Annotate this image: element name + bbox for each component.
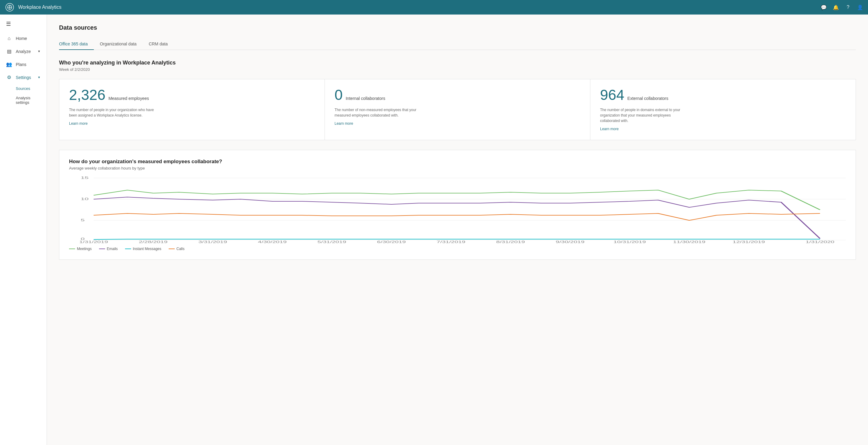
instant-messages-legend-label: Instant Messages	[133, 247, 161, 251]
instant-messages-line	[94, 239, 820, 240]
legend-emails: Emails	[99, 247, 118, 251]
stats-row: 2,326 Measured employees The number of p…	[59, 79, 856, 140]
measured-employees-count: 2,326	[69, 88, 105, 102]
stat-number-row-3: 964 External collaborators	[600, 88, 846, 102]
chart-section: How do your organization's measured empl…	[59, 150, 856, 260]
measured-employees-desc: The number of people in your organizatio…	[69, 107, 160, 118]
meetings-legend-line	[69, 249, 75, 249]
stat-internal-collaborators: 0 Internal collaborators The number of n…	[325, 79, 590, 140]
main-content: Data sources Office 365 data Organizatio…	[47, 14, 868, 445]
plans-icon: 👥	[6, 61, 12, 67]
who-subtitle: Week of 2/2/2020	[59, 67, 856, 72]
chevron-down-icon-settings: ▼	[37, 76, 40, 79]
svg-text:11/30/2019: 11/30/2019	[673, 241, 706, 243]
emails-legend-label: Emails	[107, 247, 118, 251]
chevron-down-icon: ▼	[37, 50, 40, 53]
svg-text:7/31/2019: 7/31/2019	[437, 241, 465, 243]
tabs-bar: Office 365 data Organizational data CRM …	[59, 38, 856, 50]
external-collaborators-desc: The number of people in domains external…	[600, 107, 691, 124]
top-nav-icons: 💬 🔔 ? 👤	[821, 4, 863, 10]
svg-text:15: 15	[81, 177, 88, 180]
sidebar-item-settings[interactable]: ⚙ Settings ▼	[0, 71, 46, 84]
svg-text:2/28/2019: 2/28/2019	[139, 241, 167, 243]
stat-measured-employees: 2,326 Measured employees The number of p…	[59, 79, 325, 140]
svg-text:5/31/2019: 5/31/2019	[318, 241, 346, 243]
emails-line	[94, 197, 820, 239]
measured-employees-label: Measured employees	[108, 96, 149, 101]
external-collaborators-label: External collaborators	[627, 96, 668, 101]
legend-calls: Calls	[168, 247, 185, 251]
tab-org[interactable]: Organizational data	[94, 38, 143, 50]
who-title: Who you're analyzing in Workplace Analyt…	[59, 60, 856, 66]
sidebar-item-analysis-settings[interactable]: Analysis settings	[16, 93, 46, 107]
tab-crm[interactable]: CRM data	[143, 38, 174, 50]
stat-external-collaborators: 964 External collaborators The number of…	[590, 79, 856, 140]
help-icon[interactable]: ?	[845, 4, 851, 10]
svg-text:12/31/2019: 12/31/2019	[733, 241, 765, 243]
external-collaborators-count: 964	[600, 88, 624, 102]
chart-subtitle: Average weekly collaboration hours by ty…	[69, 166, 846, 170]
legend-instant-messages: Instant Messages	[125, 247, 161, 251]
legend-meetings: Meetings	[69, 247, 92, 251]
feedback-icon[interactable]: 💬	[821, 4, 827, 10]
svg-text:5: 5	[81, 218, 85, 222]
app-title: Workplace Analytics	[18, 4, 821, 10]
chart-area: 15 10 5 0 1/31/2019 2/28/2019 3/31/2019 …	[69, 177, 846, 243]
svg-text:9/30/2019: 9/30/2019	[556, 241, 585, 243]
sidebar-label-home: Home	[16, 36, 40, 41]
sidebar-item-plans[interactable]: 👥 Plans	[0, 58, 46, 71]
calls-legend-line	[168, 249, 175, 249]
internal-collaborators-desc: The number of non-measured employees tha…	[335, 107, 425, 118]
settings-icon: ⚙	[6, 74, 12, 80]
sidebar-item-analyze[interactable]: ▤ Analyze ▼	[0, 45, 46, 58]
measured-employees-learn-more[interactable]: Learn more	[69, 121, 88, 126]
page-title: Data sources	[59, 24, 856, 31]
sidebar-label-plans: Plans	[16, 62, 40, 67]
sidebar-item-sources[interactable]: Sources	[16, 84, 46, 93]
emails-legend-line	[99, 249, 105, 249]
internal-collaborators-label: Internal collaborators	[346, 96, 385, 101]
svg-text:10: 10	[81, 197, 88, 201]
sidebar: ☰ ⌂ Home ▤ Analyze ▼ 👥 Plans ⚙ Settings …	[0, 14, 47, 445]
sidebar-label-settings: Settings	[16, 75, 34, 80]
top-nav: Workplace Analytics 💬 🔔 ? 👤	[0, 0, 868, 14]
svg-text:1/31/2020: 1/31/2020	[806, 241, 834, 243]
svg-text:3/31/2019: 3/31/2019	[198, 241, 227, 243]
tab-office365[interactable]: Office 365 data	[59, 38, 94, 50]
home-icon: ⌂	[6, 36, 12, 41]
chart-svg: 15 10 5 0 1/31/2019 2/28/2019 3/31/2019 …	[69, 177, 846, 243]
svg-text:8/31/2019: 8/31/2019	[496, 241, 525, 243]
notification-icon[interactable]: 🔔	[833, 4, 839, 10]
sidebar-sub-menu: Sources Analysis settings	[0, 84, 46, 107]
stat-number-row-1: 2,326 Measured employees	[69, 88, 315, 102]
stat-number-row-2: 0 Internal collaborators	[335, 88, 580, 102]
chart-legend: Meetings Emails Instant Messages Calls	[69, 247, 846, 251]
hamburger-menu[interactable]: ☰	[0, 17, 46, 31]
sidebar-label-analyze: Analyze	[16, 49, 34, 54]
chart-title: How do your organization's measured empl…	[69, 159, 846, 165]
internal-collaborators-learn-more[interactable]: Learn more	[335, 121, 353, 126]
chart-icon: ▤	[6, 49, 12, 54]
svg-text:6/30/2019: 6/30/2019	[377, 241, 406, 243]
app-logo	[5, 2, 14, 12]
svg-text:1/31/2019: 1/31/2019	[79, 241, 108, 243]
sidebar-item-home[interactable]: ⌂ Home	[0, 32, 46, 45]
meetings-legend-label: Meetings	[77, 247, 92, 251]
calls-line	[94, 214, 820, 220]
svg-text:4/30/2019: 4/30/2019	[258, 241, 287, 243]
svg-text:10/31/2019: 10/31/2019	[613, 241, 646, 243]
account-icon[interactable]: 👤	[857, 4, 863, 10]
external-collaborators-learn-more[interactable]: Learn more	[600, 127, 619, 131]
main-layout: ☰ ⌂ Home ▤ Analyze ▼ 👥 Plans ⚙ Settings …	[0, 14, 868, 445]
internal-collaborators-count: 0	[335, 88, 343, 102]
instant-messages-legend-line	[125, 249, 131, 249]
calls-legend-label: Calls	[177, 247, 185, 251]
